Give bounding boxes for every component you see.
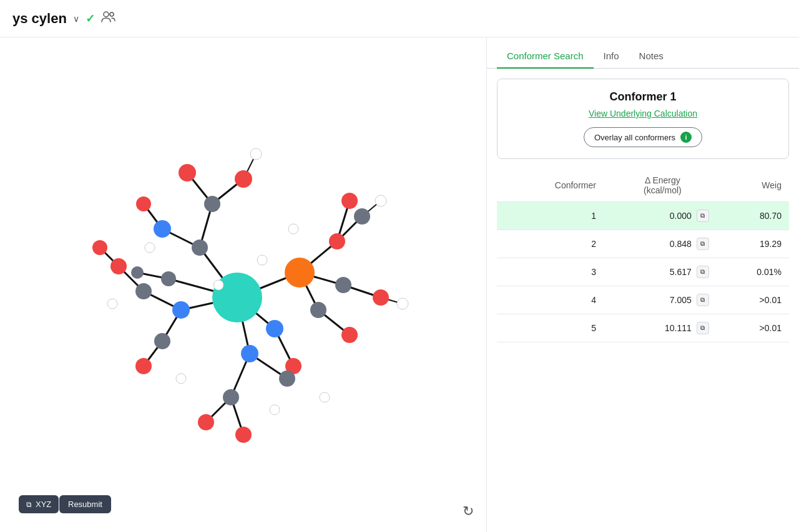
conformer-energy: 10.111⧉	[609, 314, 717, 342]
svg-point-46	[110, 258, 127, 274]
svg-point-54	[204, 196, 220, 212]
tab-info[interactable]: Info	[594, 44, 629, 69]
svg-point-50	[172, 301, 190, 319]
svg-point-62	[161, 271, 176, 286]
energy-value: 0.848	[670, 239, 692, 249]
conformer-weight: 19.29	[717, 230, 789, 258]
svg-point-63	[131, 266, 144, 279]
svg-point-36	[235, 170, 252, 188]
svg-point-1	[110, 12, 114, 16]
main-layout: ↻ ⧉ XYZ Resubmit Conformer Search Info N…	[0, 37, 799, 532]
energy-value: 0.000	[670, 211, 692, 221]
xyz-button[interactable]: ⧉ XYZ	[19, 495, 59, 513]
energy-value: 5.617	[670, 267, 692, 277]
svg-point-49	[154, 220, 171, 238]
col-energy: Δ Energy(kcal/mol)	[609, 169, 717, 202]
svg-point-73	[270, 405, 280, 415]
reset-view-button[interactable]: ↻	[463, 503, 474, 520]
svg-point-65	[375, 195, 386, 206]
molecule-canvas[interactable]	[0, 37, 486, 532]
check-icon: ✓	[86, 12, 95, 26]
svg-point-53	[192, 239, 208, 256]
svg-point-69	[213, 280, 223, 290]
table-row[interactable]: 20.848⧉19.29	[497, 230, 789, 258]
table-row[interactable]: 10.000⧉80.70	[497, 202, 789, 230]
svg-point-39	[341, 193, 358, 209]
table-row[interactable]: 510.111⧉>0.01	[497, 314, 789, 342]
conformer-energy: 7.005⧉	[609, 286, 717, 314]
chevron-down-icon[interactable]: ∨	[73, 14, 79, 24]
conformer-id: 4	[497, 286, 609, 314]
conformer-title: Conformer 1	[510, 90, 776, 104]
svg-point-55	[135, 283, 152, 299]
svg-point-0	[104, 12, 109, 17]
svg-point-41	[135, 358, 152, 374]
xyz-label: XYZ	[36, 500, 51, 509]
resubmit-button[interactable]: Resubmit	[59, 495, 111, 513]
tab-bar: Conformer Search Info Notes	[487, 37, 799, 69]
conformer-id: 1	[497, 202, 609, 230]
conformer-energy: 0.000⧉	[609, 202, 717, 230]
molecule-svg	[56, 92, 431, 478]
col-conformer: Conformer	[497, 169, 609, 202]
svg-point-74	[320, 392, 330, 402]
svg-point-52	[266, 320, 283, 337]
energy-col-label: Δ Energy(kcal/mol)	[644, 175, 682, 195]
svg-point-51	[241, 345, 258, 362]
svg-point-70	[145, 243, 155, 253]
svg-point-45	[341, 327, 358, 343]
copy-small-icon: ⧉	[26, 500, 32, 509]
col-weight: Weig	[717, 169, 789, 202]
svg-point-68	[257, 255, 267, 265]
table-row[interactable]: 47.005⧉>0.01	[497, 286, 789, 314]
conformer-weight: 0.01%	[717, 258, 789, 286]
copy-energy-button[interactable]: ⧉	[697, 294, 709, 306]
svg-point-72	[176, 374, 186, 384]
svg-point-56	[154, 333, 170, 349]
conformer-energy: 0.848⧉	[609, 230, 717, 258]
svg-point-43	[235, 427, 252, 443]
svg-point-42	[198, 414, 214, 430]
view-underlying-calculation-link[interactable]: View Underlying Calculation	[510, 109, 776, 118]
table-header-row: Conformer Δ Energy(kcal/mol) Weig	[497, 169, 789, 202]
svg-point-67	[288, 224, 298, 234]
conformer-id: 2	[497, 230, 609, 258]
conformer-id: 5	[497, 314, 609, 342]
conformer-weight: >0.01	[717, 314, 789, 342]
svg-point-48	[136, 196, 151, 211]
svg-point-59	[335, 277, 351, 293]
page-title: ys cylen	[12, 11, 67, 27]
molecule-viewer: ↻ ⧉ XYZ Resubmit	[0, 37, 487, 532]
copy-energy-button[interactable]: ⧉	[697, 322, 709, 334]
conformer-table-container: Conformer Δ Energy(kcal/mol) Weig 10.000…	[497, 169, 789, 532]
conformer-info-box: Conformer 1 View Underlying Calculation …	[497, 79, 789, 159]
overlay-all-conformers-button[interactable]: Overlay all conformers i	[584, 127, 702, 147]
conformer-energy: 5.617⧉	[609, 258, 717, 286]
svg-point-57	[223, 389, 239, 405]
conformer-id: 3	[497, 258, 609, 286]
overlay-button-label: Overlay all conformers	[594, 133, 675, 142]
svg-point-37	[179, 164, 196, 181]
conformer-weight: 80.70	[717, 202, 789, 230]
svg-point-61	[354, 208, 370, 225]
tab-conformer-search[interactable]: Conformer Search	[497, 44, 594, 69]
conformer-weight: >0.01	[717, 286, 789, 314]
info-icon: i	[680, 132, 692, 143]
header: ys cylen ∨ ✓	[0, 0, 799, 37]
conformer-table: Conformer Δ Energy(kcal/mol) Weig 10.000…	[497, 169, 789, 342]
svg-point-60	[310, 302, 326, 318]
copy-energy-button[interactable]: ⧉	[697, 266, 709, 278]
svg-point-38	[329, 233, 345, 249]
table-row[interactable]: 35.617⧉0.01%	[497, 258, 789, 286]
tab-notes[interactable]: Notes	[629, 44, 674, 69]
svg-point-71	[107, 299, 117, 309]
copy-energy-button[interactable]: ⧉	[697, 210, 709, 222]
energy-value: 10.111	[665, 323, 692, 333]
right-panel: Conformer Search Info Notes Conformer 1 …	[487, 37, 799, 532]
svg-point-35	[285, 258, 315, 288]
energy-value: 7.005	[670, 295, 692, 305]
svg-point-47	[92, 240, 107, 255]
copy-energy-button[interactable]: ⧉	[697, 238, 709, 250]
svg-point-58	[279, 370, 295, 387]
svg-point-66	[397, 298, 408, 309]
